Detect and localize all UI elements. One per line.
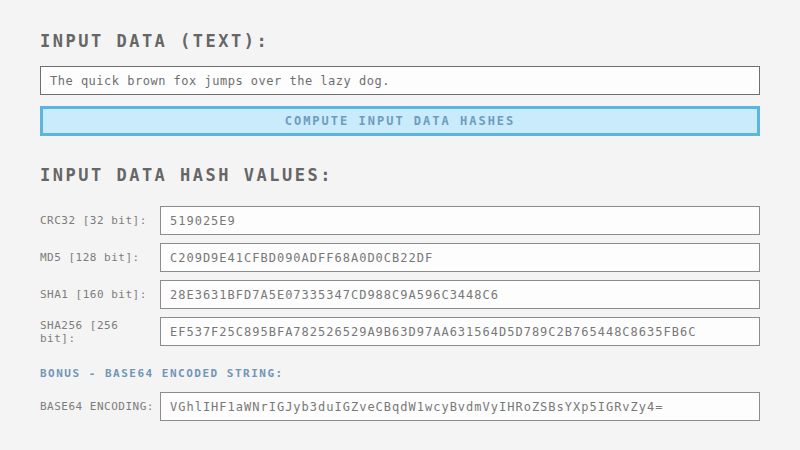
input-data-text-field[interactable] <box>40 66 760 95</box>
compute-hashes-button[interactable]: COMPUTE INPUT DATA HASHES <box>40 106 760 136</box>
hash-row-sha256: SHA256 [256 bit]: <box>40 317 760 346</box>
sha256-label: SHA256 [256 bit]: <box>40 319 160 345</box>
base64-value-field[interactable] <box>160 392 760 421</box>
hash-values-section-title: INPUT DATA HASH VALUES: <box>40 165 760 185</box>
input-data-section-title: INPUT DATA (TEXT): <box>40 31 760 51</box>
hash-row-crc32: CRC32 [32 bit]: <box>40 206 760 235</box>
sha1-label: SHA1 [160 bit]: <box>40 288 160 301</box>
hash-row-sha1: SHA1 [160 bit]: <box>40 280 760 309</box>
sha1-value-field[interactable] <box>160 280 760 309</box>
hash-row-md5: MD5 [128 bit]: <box>40 243 760 272</box>
bonus-base64-section-title: BONUS - BASE64 ENCODED STRING: <box>40 367 760 380</box>
crc32-label: CRC32 [32 bit]: <box>40 214 160 227</box>
md5-value-field[interactable] <box>160 243 760 272</box>
hash-rows: CRC32 [32 bit]: MD5 [128 bit]: SHA1 [160… <box>40 206 760 346</box>
hash-tool-page: INPUT DATA (TEXT): COMPUTE INPUT DATA HA… <box>0 0 800 421</box>
sha256-value-field[interactable] <box>160 317 760 346</box>
crc32-value-field[interactable] <box>160 206 760 235</box>
md5-label: MD5 [128 bit]: <box>40 251 160 264</box>
base64-row: BASE64 ENCODING: <box>40 392 760 421</box>
base64-label: BASE64 ENCODING: <box>40 400 160 413</box>
